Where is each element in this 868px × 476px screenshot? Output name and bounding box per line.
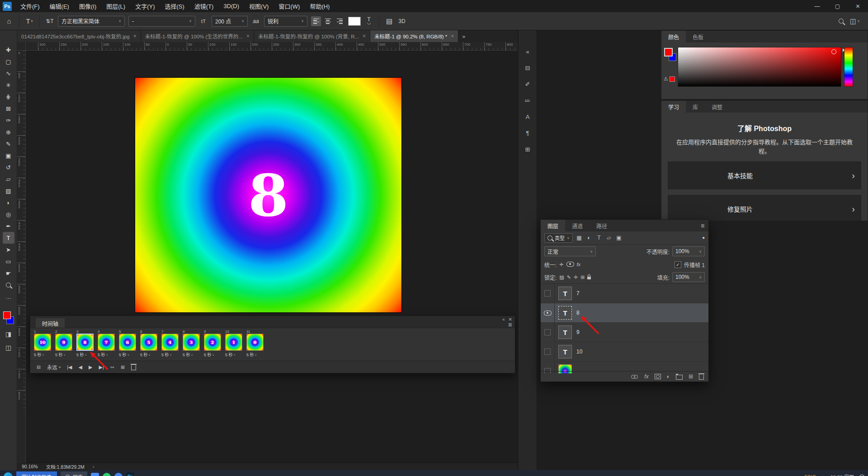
filter-adjustment-icon[interactable]: ◐ (585, 235, 593, 241)
menu-item[interactable]: 视图(V) (244, 0, 274, 12)
history-brush-tool[interactable]: ↺ (3, 161, 14, 173)
history-panel-icon[interactable]: ✐ (521, 78, 534, 90)
temperature-indicator[interactable]: 53°C (805, 474, 816, 476)
text-color-swatch[interactable] (348, 17, 361, 26)
frame-duration-select[interactable]: 5 秒∨ (55, 352, 72, 358)
text-orientation-icon[interactable]: ⇅T (45, 18, 54, 24)
taskbar-search[interactable]: 搜索 (61, 471, 87, 476)
minimize-button[interactable]: — (807, 0, 827, 12)
clone-stamp-tool[interactable]: ▣ (3, 150, 14, 161)
layer-style-icon[interactable]: fx (644, 373, 648, 380)
tray-expand-icon[interactable]: ∧ (821, 474, 825, 476)
tab-close-icon[interactable]: × (363, 33, 366, 39)
first-frame-button[interactable]: |◀ (67, 364, 72, 370)
canvas-artwork[interactable]: 8 (135, 78, 401, 312)
foreground-background-swatches[interactable] (3, 311, 14, 324)
zoom-tool[interactable] (3, 279, 14, 291)
layer-thumbnail[interactable]: T (558, 345, 572, 358)
layer-row[interactable]: T 10 (541, 342, 708, 362)
blend-mode-select[interactable]: 正常∨ (544, 246, 596, 256)
edit-toolbar-icon[interactable]: ⋯ (6, 295, 11, 302)
layer-visibility-toggle[interactable] (541, 323, 555, 342)
layer-thumbnail[interactable]: T (558, 306, 572, 320)
filter-toggle-icon[interactable]: ● (703, 236, 705, 240)
timeline-frame[interactable]: 1 10 5 秒∨ (34, 330, 51, 359)
delete-layer-icon[interactable] (699, 373, 704, 380)
filter-shape-icon[interactable]: ▱ (605, 235, 613, 241)
frame-duration-select[interactable]: 5 秒∨ (119, 352, 136, 358)
previous-frame-button[interactable]: ◀ (79, 364, 82, 370)
timeline-frame[interactable]: 6 5 5 秒∨ (140, 330, 157, 359)
color-cursor[interactable] (831, 49, 836, 54)
opacity-select[interactable]: 100%∨ (672, 246, 705, 256)
frame-thumbnail[interactable]: 7 (98, 334, 115, 351)
gamut-color-chip[interactable] (670, 76, 675, 82)
menu-item[interactable]: 选择(S) (160, 0, 189, 12)
lasso-tool[interactable]: ∿ (3, 67, 14, 79)
menu-item[interactable]: 图像(I) (74, 0, 101, 12)
frame-thumbnail[interactable]: 5 (140, 334, 157, 351)
new-layer-icon[interactable]: ⊞ (689, 373, 693, 380)
document-tab[interactable]: 未标题-1-恢复的 @ 100% (生活的世界的... × (141, 30, 254, 42)
dodge-tool[interactable]: ◎ (3, 208, 14, 220)
brushes-panel-icon[interactable]: ⊟ (521, 62, 534, 74)
layer-visibility-toggle[interactable] (541, 303, 555, 322)
path-selection-tool[interactable]: ➤ (3, 244, 14, 255)
learn-card[interactable]: 基本技能 › (668, 161, 861, 189)
taskbar-app-icon[interactable] (91, 473, 99, 476)
loop-count-select[interactable]: 永远▾ (47, 363, 61, 371)
duplicate-frame-button[interactable]: ⊞ (121, 364, 125, 370)
font-style-select[interactable]: -∨ (128, 16, 195, 27)
warp-text-icon[interactable]: T (364, 18, 373, 25)
shape-tool[interactable]: ▭ (3, 255, 14, 267)
panel-tab[interactable]: 学习 (661, 101, 686, 113)
menu-item[interactable]: 图层(L) (101, 0, 130, 12)
workspace-switcher-icon[interactable]: ◫∨ (850, 17, 860, 25)
layer-thumbnail[interactable]: T (558, 287, 572, 300)
lock-artboard-icon[interactable]: ⊞ (580, 274, 585, 280)
frame-thumbnail[interactable]: 3 (183, 334, 200, 351)
menu-item[interactable]: 3D(D) (218, 0, 244, 12)
frame-thumbnail[interactable]: 1 (225, 334, 242, 351)
healing-brush-tool[interactable]: ⊕ (3, 126, 14, 138)
menu-item[interactable]: 帮助(H) (305, 0, 335, 12)
tween-button[interactable]: ∾ (110, 364, 114, 370)
lock-all-icon[interactable] (587, 274, 591, 280)
frame-duration-select[interactable]: 5 秒∨ (183, 352, 200, 358)
layer-visibility-toggle[interactable] (541, 342, 555, 361)
font-size-select[interactable]: 200 点∨ (212, 16, 248, 27)
frame-thumbnail[interactable]: 4 (161, 334, 179, 351)
frame-duration-select[interactable]: 5 秒∨ (161, 352, 179, 358)
timeline-frame[interactable]: 11 0 5 秒∨ (246, 330, 264, 359)
glyphs-panel-icon[interactable]: ⊞ (521, 143, 534, 155)
menu-item[interactable]: 编辑(E) (45, 0, 74, 12)
add-mask-icon[interactable] (655, 374, 661, 379)
frame-tool[interactable]: ⊠ (3, 103, 14, 114)
document-tab[interactable]: 未标题-1 @ 90.2% (8, RGB/8) * × (370, 30, 458, 42)
propagate-checkbox[interactable]: ✓ (675, 261, 681, 268)
menu-item[interactable]: 滤镜(T) (189, 0, 219, 12)
frame-duration-select[interactable]: 5 秒∨ (34, 352, 51, 358)
marquee-tool[interactable]: ▢ (3, 56, 14, 67)
panel-tab[interactable]: 路径 (590, 220, 614, 231)
panel-tab[interactable]: 库 (686, 101, 705, 113)
anti-alias-select[interactable]: 锐利∨ (264, 16, 307, 27)
move-tool[interactable]: ✚ (3, 44, 14, 56)
delete-frame-button[interactable] (131, 364, 136, 370)
panel-tab[interactable]: 图层 (541, 220, 565, 231)
document-tab[interactable]: 01421d814725e3cc667be8_tplv-obj-恢复的.jpg … (17, 30, 141, 42)
filter-pixel-icon[interactable]: ▦ (576, 235, 583, 241)
document-tab[interactable]: 未标题-1-恢复的-恢复的 @ 100% (背景, R... × (254, 30, 370, 42)
expand-panels-icon[interactable]: « (521, 46, 534, 57)
timeline-frame[interactable]: 8 3 5 秒∨ (183, 330, 200, 359)
panel-tab[interactable]: 通道 (565, 220, 590, 231)
timeline-frame[interactable]: 10 1 5 秒∨ (225, 330, 242, 359)
tab-close-icon[interactable]: × (133, 33, 137, 39)
brush-tool[interactable]: ✎ (3, 138, 14, 150)
menu-item[interactable]: 文字(Y) (130, 0, 160, 12)
align-center-button[interactable] (323, 16, 333, 26)
lock-position-icon[interactable]: ✛ (574, 274, 578, 280)
timeline-frame[interactable]: 7 4 5 秒∨ (161, 330, 179, 359)
crop-tool[interactable]: ⋕ (3, 91, 14, 103)
timeline-frame[interactable]: 5 6 5 秒∨ (119, 330, 136, 359)
